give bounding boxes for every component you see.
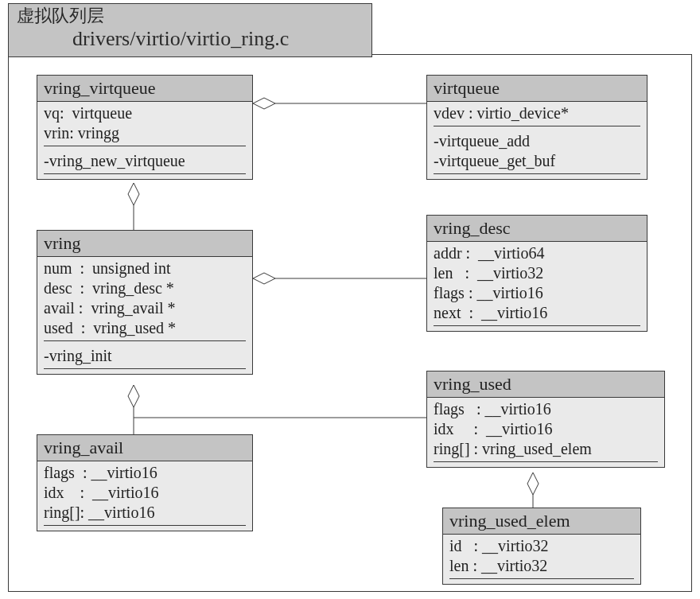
class-vring-used-elem: vring_used_elem id : __virtio32 len : __… xyxy=(442,508,641,585)
package-tab: 虚拟队列层 drivers/virtio/virtio_ring.c xyxy=(8,3,372,57)
attr: desc : vring_desc * xyxy=(44,278,246,298)
class-title: vring_avail xyxy=(37,435,252,461)
attr: idx : __virtio16 xyxy=(44,483,246,503)
class-vring-virtqueue: vring_virtqueue vq: virtqueue vrin: vrin… xyxy=(37,75,253,180)
class-attrs: flags : __virtio16 idx : __virtio16 ring… xyxy=(37,461,252,525)
attr: avail : vring_avail * xyxy=(44,298,246,318)
class-attrs: vq: virtqueue vrin: vringg xyxy=(37,102,252,146)
class-title: vring_used xyxy=(427,371,664,398)
diagram-canvas: 虚拟队列层 drivers/virtio/virtio_ring.c vring… xyxy=(0,0,700,599)
attr: ring[]: __virtio16 xyxy=(44,503,246,523)
class-ops: -vring_new_virtqueue xyxy=(37,150,252,173)
package-zh-label: 虚拟队列层 xyxy=(17,6,340,26)
attr: flags : __virtio16 xyxy=(44,463,246,483)
class-virtqueue: virtqueue vdev : virtio_device* -virtque… xyxy=(426,75,648,180)
class-attrs: vdev : virtio_device* xyxy=(427,102,647,126)
attr: idx : __virtio16 xyxy=(434,419,658,439)
attr: vrin: vringg xyxy=(44,123,246,143)
op: -vring_init xyxy=(44,346,246,366)
attr: flags : __virtio16 xyxy=(434,283,640,303)
attr: len : __virtio32 xyxy=(434,263,640,283)
attr: num : unsigned int xyxy=(44,259,246,278)
class-attrs: addr : __virtio64 len : __virtio32 flags… xyxy=(427,242,647,325)
attr: used : vring_used * xyxy=(44,318,246,338)
class-vring: vring num : unsigned int desc : vring_de… xyxy=(37,230,253,375)
attr: len : __virtio32 xyxy=(449,556,634,576)
op: -virtqueue_get_buf xyxy=(434,151,640,171)
attr: vq: virtqueue xyxy=(44,103,246,123)
attr: next : __virtio16 xyxy=(434,303,640,323)
class-vring-desc: vring_desc addr : __virtio64 len : __vir… xyxy=(426,215,648,332)
class-ops: -vring_init xyxy=(37,344,252,368)
class-vring-avail: vring_avail flags : __virtio16 idx : __v… xyxy=(37,434,253,531)
class-attrs: flags : __virtio16 idx : __virtio16 ring… xyxy=(427,398,664,461)
class-title: vring_desc xyxy=(427,216,647,242)
class-vring-used: vring_used flags : __virtio16 idx : __vi… xyxy=(426,371,665,468)
op: -virtqueue_add xyxy=(434,131,640,151)
attr: ring[] : vring_used_elem xyxy=(434,439,658,459)
package-path: drivers/virtio/virtio_ring.c xyxy=(17,26,340,51)
class-attrs: id : __virtio32 len : __virtio32 xyxy=(443,535,640,578)
class-title: vring_virtqueue xyxy=(37,76,252,102)
class-title: virtqueue xyxy=(427,76,647,102)
class-attrs: num : unsigned int desc : vring_desc * a… xyxy=(37,257,252,340)
class-title: vring xyxy=(37,231,252,257)
class-ops: -virtqueue_add -virtqueue_get_buf xyxy=(427,130,647,173)
attr: id : __virtio32 xyxy=(449,536,634,556)
attr: addr : __virtio64 xyxy=(434,243,640,263)
attr: flags : __virtio16 xyxy=(434,399,658,419)
op: -vring_new_virtqueue xyxy=(44,151,246,171)
class-title: vring_used_elem xyxy=(443,508,640,535)
attr: vdev : virtio_device* xyxy=(434,103,640,123)
